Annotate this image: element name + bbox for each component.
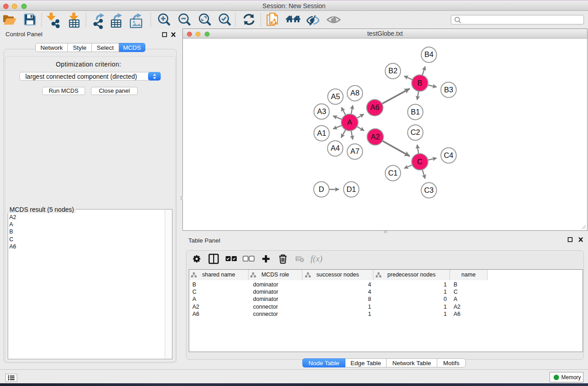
svg-text:A1: A1 — [317, 129, 326, 137]
svg-text:f(x): f(x) — [311, 254, 322, 264]
svg-text:A6: A6 — [370, 103, 379, 111]
svg-text:D1: D1 — [346, 185, 356, 193]
svg-text:B2: B2 — [388, 67, 397, 75]
svg-text:A7: A7 — [350, 147, 359, 155]
svg-text:B: B — [417, 79, 422, 87]
svg-text:A4: A4 — [330, 144, 339, 152]
svg-text:A: A — [347, 118, 352, 126]
svg-text:C2: C2 — [411, 128, 420, 136]
svg-text:A3: A3 — [317, 107, 326, 115]
svg-text:A8: A8 — [350, 89, 359, 97]
svg-text:B4: B4 — [424, 50, 433, 58]
svg-text:D: D — [319, 185, 324, 193]
svg-text:C4: C4 — [444, 151, 453, 159]
svg-text:A2: A2 — [371, 133, 380, 141]
svg-text:A5: A5 — [331, 92, 340, 100]
svg-text:B1: B1 — [411, 108, 420, 116]
svg-text:B3: B3 — [444, 86, 453, 94]
svg-text:C1: C1 — [388, 169, 397, 177]
svg-text:C3: C3 — [424, 186, 434, 194]
svg-text:C: C — [417, 157, 423, 166]
